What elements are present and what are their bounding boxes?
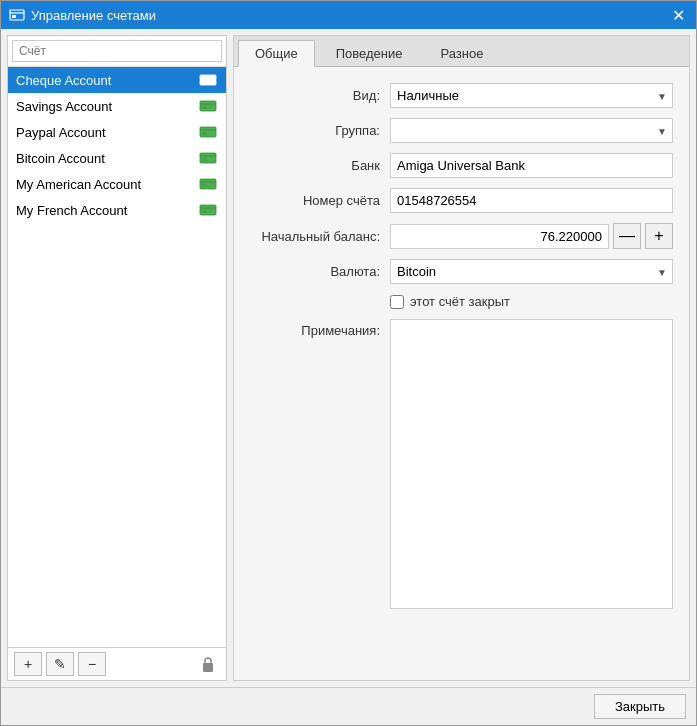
svg-rect-15 [203, 663, 213, 672]
lock-icon [196, 652, 220, 676]
title-bar-left: Управление счетами [9, 7, 156, 23]
account-icon [198, 72, 218, 88]
currency-row: Валюта: Bitcoin [250, 259, 673, 284]
closed-checkbox[interactable] [390, 295, 404, 309]
notes-label: Примечания: [250, 319, 390, 338]
balance-minus-button[interactable]: — [613, 223, 641, 249]
type-label: Вид: [250, 88, 390, 103]
list-item[interactable]: Bitcoin Account [8, 145, 226, 171]
svg-rect-4 [202, 80, 207, 83]
window: Управление счетами ✕ Cheque Account Savi… [0, 0, 697, 726]
bank-label: Банк [250, 158, 390, 173]
svg-rect-2 [12, 15, 16, 18]
account-name: Cheque Account [16, 73, 198, 88]
bottom-bar: Закрыть [1, 687, 696, 725]
search-box [8, 36, 226, 67]
window-title: Управление счетами [31, 8, 156, 23]
account-num-row: Номер счёта [250, 188, 673, 213]
account-icon [198, 202, 218, 218]
remove-account-button[interactable]: − [78, 652, 106, 676]
group-select[interactable] [390, 118, 673, 143]
tabs: ОбщиеПоведениеРазное [234, 36, 689, 67]
account-name: My French Account [16, 203, 198, 218]
tab-content: Вид: Наличные Группа: [234, 67, 689, 680]
tab-разное[interactable]: Разное [424, 40, 501, 66]
app-icon [9, 7, 25, 23]
list-item[interactable]: Savings Account [8, 93, 226, 119]
account-name: Savings Account [16, 99, 198, 114]
svg-rect-8 [202, 132, 207, 135]
account-icon [198, 176, 218, 192]
right-panel: ОбщиеПоведениеРазное Вид: Наличные Групп… [233, 35, 690, 681]
account-icon [198, 124, 218, 140]
balance-input[interactable] [390, 224, 609, 249]
group-label: Группа: [250, 123, 390, 138]
close-window-button[interactable]: ✕ [668, 5, 688, 25]
left-panel: Cheque Account Savings Account Paypal Ac… [7, 35, 227, 681]
search-input[interactable] [12, 40, 222, 62]
account-icon [198, 98, 218, 114]
notes-textarea[interactable] [390, 319, 673, 609]
balance-plus-button[interactable]: + [645, 223, 673, 249]
group-select-wrapper [390, 118, 673, 143]
account-icon [198, 150, 218, 166]
closed-row: этот счёт закрыт [390, 294, 673, 309]
list-item[interactable]: Cheque Account [8, 67, 226, 93]
tab-общие[interactable]: Общие [238, 40, 315, 67]
window-content: Cheque Account Savings Account Paypal Ac… [1, 29, 696, 687]
currency-select-wrapper: Bitcoin [390, 259, 673, 284]
left-panel-toolbar: + ✎ − [8, 647, 226, 680]
title-bar: Управление счетами ✕ [1, 1, 696, 29]
account-name: Bitcoin Account [16, 151, 198, 166]
type-select[interactable]: Наличные [390, 83, 673, 108]
bank-input[interactable] [390, 153, 673, 178]
add-account-button[interactable]: + [14, 652, 42, 676]
account-num-label: Номер счёта [250, 193, 390, 208]
currency-select[interactable]: Bitcoin [390, 259, 673, 284]
tab-поведение[interactable]: Поведение [319, 40, 420, 66]
account-num-input-wrapper [390, 188, 673, 213]
svg-rect-6 [202, 106, 207, 109]
svg-rect-10 [202, 158, 207, 161]
balance-row: Начальный баланс: — + [250, 223, 673, 249]
type-select-wrapper: Наличные [390, 83, 673, 108]
type-row: Вид: Наличные [250, 83, 673, 108]
list-item[interactable]: My French Account [8, 197, 226, 223]
bank-row: Банк [250, 153, 673, 178]
list-item[interactable]: Paypal Account [8, 119, 226, 145]
bank-input-wrapper [390, 153, 673, 178]
account-num-input[interactable] [390, 188, 673, 213]
currency-label: Валюта: [250, 264, 390, 279]
list-item[interactable]: My American Account [8, 171, 226, 197]
account-name: Paypal Account [16, 125, 198, 140]
account-name: My American Account [16, 177, 198, 192]
group-row: Группа: [250, 118, 673, 143]
balance-controls: — + [390, 223, 673, 249]
svg-rect-12 [202, 184, 207, 187]
closed-label: этот счёт закрыт [410, 294, 510, 309]
edit-account-button[interactable]: ✎ [46, 652, 74, 676]
svg-rect-14 [202, 210, 207, 213]
balance-label: Начальный баланс: [250, 229, 390, 244]
close-button[interactable]: Закрыть [594, 694, 686, 719]
notes-row: Примечания: [250, 319, 673, 664]
account-list: Cheque Account Savings Account Paypal Ac… [8, 67, 226, 647]
